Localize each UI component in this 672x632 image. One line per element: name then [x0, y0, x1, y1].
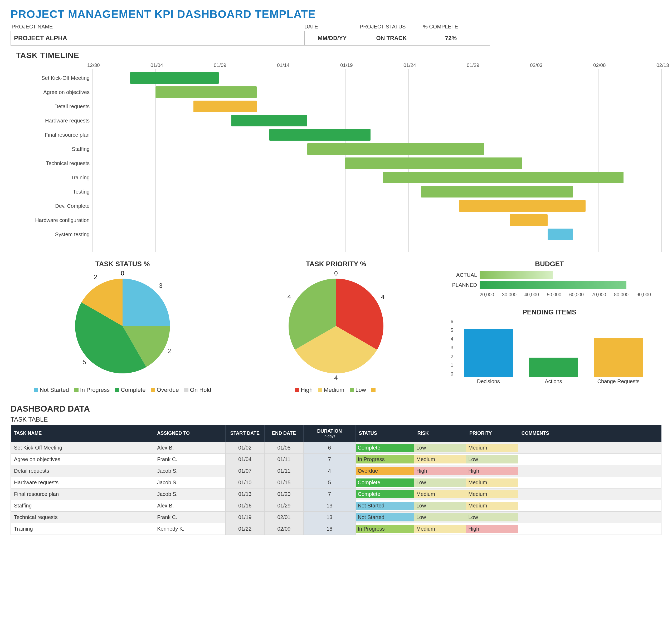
cell-comments: [518, 512, 661, 523]
label-complete: % COMPLETE: [423, 24, 478, 30]
pending-label: Actions: [529, 378, 578, 384]
gantt-bar: [193, 101, 257, 112]
col-start: START DATE: [225, 425, 264, 442]
cell-comments: [518, 454, 661, 465]
gantt-bar: [130, 72, 219, 84]
pending-axis: 0123456: [451, 319, 453, 377]
table-row: Final resource planJacob S.01/1301/207Co…: [11, 488, 662, 500]
cell-task: Final resource plan: [11, 488, 154, 500]
cell-comments: [518, 465, 661, 477]
cell-start: 01/13: [225, 488, 264, 500]
col-risk: RISK: [414, 425, 466, 442]
task-priority-panel: TASK PRIORITY % 4440 High Medium Low: [235, 260, 437, 394]
cell-assigned: Jacob S.: [154, 477, 225, 488]
gantt-bar: [345, 157, 522, 169]
cell-comments: [518, 488, 661, 500]
col-duration: DURATIONin days: [304, 425, 356, 442]
cell-end: 02/01: [264, 512, 303, 523]
page-title: PROJECT MANAGEMENT KPI DASHBOARD TEMPLAT…: [10, 8, 662, 21]
gantt-task-label: Hardware configuration: [16, 213, 90, 227]
table-row: Hardware requestsJacob S.01/1001/155Comp…: [11, 477, 662, 488]
budget-planned-row: PLANNED: [448, 281, 651, 289]
cell-assigned: Frank C.: [154, 454, 225, 465]
legend-low: Low: [356, 386, 366, 394]
cell-comments: [518, 442, 661, 454]
task-priority-pie: 4440: [281, 271, 391, 381]
col-task: TASK NAME: [11, 425, 154, 442]
pending-bar: [529, 358, 578, 377]
table-row: Detail requestsJacob S.01/0701/114Overdu…: [11, 465, 662, 477]
cell-assigned: Alex B.: [154, 500, 225, 512]
col-assigned: ASSIGNED TO: [154, 425, 225, 442]
gantt-task-label: Detail requests: [16, 99, 90, 113]
right-panel: BUDGET ACTUAL PLANNED 20,00030,00040,000…: [448, 260, 651, 394]
cell-priority: Low: [466, 454, 518, 465]
gantt-chart: Set Kick-Off MeetingAgree on objectivesD…: [16, 62, 662, 252]
cell-assigned: Kennedy K.: [154, 523, 225, 535]
meta-value-row: PROJECT ALPHA MM/DD/YY ON TRACK 72%: [10, 31, 490, 46]
gantt-task-label: Training: [16, 170, 90, 184]
svg-text:0: 0: [121, 271, 124, 277]
cell-task: Detail requests: [11, 465, 154, 477]
meta-header-row: PROJECT NAME DATE PROJECT STATUS % COMPL…: [10, 24, 662, 30]
cell-priority: Medium: [466, 442, 518, 454]
cell-assigned: Jacob S.: [154, 465, 225, 477]
svg-text:5: 5: [82, 358, 86, 365]
budget-actual-row: ACTUAL: [448, 271, 651, 279]
cell-priority: High: [466, 465, 518, 477]
gantt-bar: [307, 143, 484, 155]
gantt-task-label: Dev. Complete: [16, 199, 90, 213]
table-row: StaffingAlex B.01/1601/2913Not StartedLo…: [11, 500, 662, 512]
cell-end: 01/15: [264, 477, 303, 488]
legend-in-progress: In Progress: [80, 386, 110, 394]
cell-comments: [518, 523, 661, 535]
cell-task: Set Kick-Off Meeting: [11, 442, 154, 454]
task-status-title: TASK STATUS %: [21, 260, 224, 268]
svg-text:3: 3: [159, 282, 162, 289]
project-date: MM/DD/YY: [305, 31, 360, 45]
pending-chart: [456, 319, 651, 377]
project-name: PROJECT ALPHA: [11, 31, 305, 45]
col-comments: COMMENTS: [518, 425, 661, 442]
gantt-task-label: Set Kick-Off Meeting: [16, 71, 90, 85]
cell-start: 01/22: [225, 523, 264, 535]
cell-task: Agree on objectives: [11, 454, 154, 465]
cell-start: 01/16: [225, 500, 264, 512]
svg-text:4: 4: [381, 293, 384, 301]
gantt-task-label: Final resource plan: [16, 128, 90, 142]
budget-planned-label: PLANNED: [448, 282, 480, 288]
gantt-bar: [383, 172, 624, 183]
pending-bar: [594, 338, 643, 377]
cell-end: 01/11: [264, 454, 303, 465]
pending-labels: DecisionsActionsChange Requests: [456, 378, 651, 384]
gantt-bar: [548, 229, 573, 240]
task-status-panel: TASK STATUS % 32520 Not Started In Progr…: [21, 260, 224, 394]
gantt-task-label: Agree on objectives: [16, 85, 90, 99]
cell-start: 01/19: [225, 512, 264, 523]
cell-status: In Progress: [356, 523, 414, 535]
cell-priority: Medium: [466, 500, 518, 512]
svg-text:2: 2: [94, 273, 97, 280]
budget-title: BUDGET: [448, 260, 651, 268]
cell-task: Staffing: [11, 500, 154, 512]
pending-bar: [464, 329, 513, 377]
gantt-bar: [269, 129, 370, 141]
cell-assigned: Frank C.: [154, 512, 225, 523]
cell-status: In Progress: [356, 454, 414, 465]
cell-end: 01/29: [264, 500, 303, 512]
cell-risk: Low: [414, 512, 466, 523]
task-status-legend: Not Started In Progress Complete Overdue…: [21, 386, 224, 394]
cell-assigned: Alex B.: [154, 442, 225, 454]
gantt-bar: [510, 214, 548, 226]
task-status-pie: 32520: [67, 271, 178, 381]
gantt-task-label: Hardware requests: [16, 113, 90, 128]
cell-start: 01/04: [225, 454, 264, 465]
cell-duration: 7: [304, 488, 356, 500]
gantt-task-label: Staffing: [16, 142, 90, 156]
cell-risk: Low: [414, 477, 466, 488]
legend-overdue: Overdue: [157, 386, 179, 394]
cell-task: Hardware requests: [11, 477, 154, 488]
cell-priority: High: [466, 523, 518, 535]
project-status: ON TRACK: [360, 31, 423, 45]
cell-duration: 6: [304, 442, 356, 454]
